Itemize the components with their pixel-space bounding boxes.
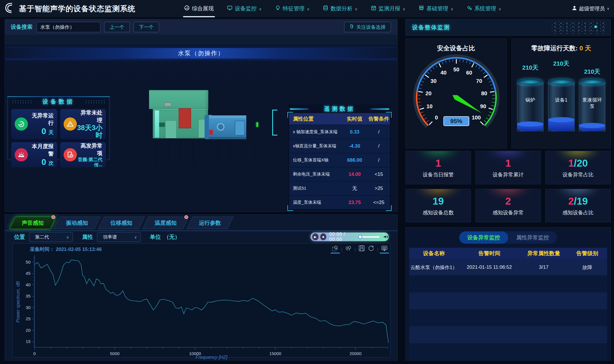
telemetry-title: 遥测数据	[324, 105, 355, 113]
stat-value: 0	[41, 157, 46, 167]
svg-text:5000: 5000	[110, 351, 119, 356]
chevron-down-icon: ∨	[259, 7, 262, 11]
sense-tab-位移感知[interactable]: 位移感知	[98, 217, 145, 229]
overall-stat-card: 1设备异常累计	[475, 151, 541, 184]
nav-label: 数据分析	[331, 5, 352, 12]
stat-label: 感知设备占比	[562, 209, 594, 216]
prev-device-button[interactable]: 上一个	[104, 22, 130, 32]
nav-item-device-monitor[interactable]: 设备监控 ∨	[227, 0, 262, 17]
alert-badge	[52, 215, 55, 219]
overall-stat-card: 1/20设备异常占比	[545, 151, 611, 184]
position-label: 位置	[14, 233, 25, 241]
nav-item-monthly-report[interactable]: 监测月报 ∨	[371, 0, 406, 17]
nav-label: 综合展现	[192, 5, 214, 12]
telemetry-attr-name: 温度_泵体末端	[289, 200, 342, 205]
app-title: 基于智能声学的设备状态监测系统	[19, 4, 136, 14]
stat-unit: 天	[49, 129, 54, 135]
stat-number: 1	[505, 157, 511, 169]
svg-text:50: 50	[453, 66, 459, 73]
tab-attribute-anomaly[interactable]: 属性异常监控	[508, 231, 557, 244]
svg-text:95%: 95%	[450, 118, 462, 124]
sense-tab-运行参数[interactable]: 运行参数	[187, 217, 234, 229]
alarm-row[interactable]: 云酷水泵（勿操作1）2021-01-15 11:06:523/17故障	[409, 259, 607, 275]
svg-text:15: 15	[26, 339, 30, 344]
svg-text:70: 70	[476, 78, 482, 84]
nav-item-overview[interactable]: 综合展现	[184, 0, 214, 17]
nav-item-system-mgmt[interactable]: 系统管理 ∨	[467, 0, 502, 17]
overall-monitor-title: 设备整体监测	[412, 24, 450, 31]
dots-decoration	[552, 22, 607, 34]
status-indicator-green	[256, 122, 258, 127]
title-wing-decoration	[370, 108, 389, 110]
nav-label: 系统管理	[474, 5, 496, 12]
chevron-down-icon: ∨	[607, 7, 609, 11]
stop-button[interactable]: ■	[320, 233, 327, 240]
stat-label: 感知设备异常	[493, 209, 524, 216]
capture-time: 采集时间： 2021-02-05 15:13:46	[30, 246, 102, 253]
telemetry-attr-name: 剩余电压_泵体末端	[289, 171, 342, 177]
database-icon	[323, 5, 328, 12]
svg-text:25: 25	[26, 316, 30, 321]
svg-text:30: 30	[430, 78, 436, 84]
tab-device-anomaly[interactable]: 设备异常监控	[459, 231, 508, 244]
telemetry-attr-name: 测试51	[289, 186, 342, 191]
col-header: 设备名称	[409, 250, 459, 257]
nav-item-data-analysis[interactable]: 数据分析 ∨	[323, 0, 358, 17]
unit-value: （无）	[164, 233, 180, 241]
monitor-icon	[227, 5, 232, 12]
stat-value: 1	[505, 157, 511, 169]
alarm-table: 设备名称 告警时间 异常属性数量 告警级别 云酷水泵（勿操作1）2021-01-…	[409, 248, 607, 358]
device-search-bar: 设备搜索 上一个 下一个 关注设备选择	[5, 19, 397, 35]
col-header: 告警条件	[368, 115, 390, 122]
player-time: 00:00 / 00:00	[329, 232, 357, 242]
col-header: 属性位置	[289, 115, 342, 122]
device-search-input[interactable]	[37, 22, 100, 32]
sense-tab-声音感知[interactable]: 声音感知	[9, 217, 56, 229]
volume-icon[interactable]	[383, 234, 389, 239]
seek-track[interactable]	[360, 236, 380, 238]
play-button[interactable]: ▶	[312, 233, 319, 240]
safe-device-gauge-card: 安全设备占比 010203040506070809010095%	[405, 39, 507, 148]
sense-tab-label: 声音感知	[22, 219, 44, 227]
nav-item-basic-mgmt[interactable]: 基础管理 ∨	[419, 0, 453, 17]
paperclip-icon	[350, 24, 354, 30]
cylinder-days: 210天	[584, 57, 600, 79]
col-header: 异常属性数量	[520, 250, 567, 257]
card-glow	[417, 151, 459, 157]
alarm-empty-row	[409, 326, 607, 343]
search-label: 设备搜索	[11, 23, 33, 31]
overall-stat-card: 19感知设备总数	[405, 189, 471, 222]
cylinder-glass: 锅炉	[517, 79, 544, 134]
stat-value: 38天3小时	[77, 124, 102, 139]
stat-label: 异常未处理	[81, 110, 102, 123]
stat-label: 设备异常占比	[562, 171, 594, 178]
pump-inlet-highlight	[155, 110, 159, 138]
zero-fault-label: 零故障运行天数:	[531, 45, 578, 52]
stat-label: 无异常运行	[32, 113, 54, 126]
alarm-empty-row	[409, 309, 607, 326]
telemetry-alarm-condition: /	[368, 143, 390, 149]
attribute-select[interactable]: 功率谱 ∨	[97, 232, 141, 242]
seek-handle[interactable]	[358, 235, 362, 239]
zero-fault-value: 0	[579, 45, 583, 52]
sense-tab-振动感知[interactable]: 振动感知	[54, 217, 101, 229]
svg-text:20: 20	[426, 90, 432, 96]
stat-value: 1/20	[568, 157, 588, 169]
overall-stat-card: 2感知设备异常	[475, 189, 541, 222]
next-device-button[interactable]: 下一个	[134, 22, 159, 32]
motor-valve-red	[209, 130, 213, 135]
nav-item-feature-mgmt[interactable]: 特征管理 ∨	[275, 0, 310, 17]
telemetry-table: 属性位置 实时值 告警条件 x 轴加速度值_泵体末端0.33/x轴直流分量_泵体…	[289, 113, 390, 210]
telemetry-attr-name: x 轴加速度值_泵体末端	[289, 129, 342, 135]
user-menu[interactable]: 超级管理员 ∨	[572, 0, 609, 17]
position-select[interactable]: 第二代 ∨	[29, 232, 73, 242]
sense-tab-温度感知[interactable]: 温度感知	[142, 217, 189, 229]
sense-tabs: 声音感知振动感知位移感知温度感知运行参数	[12, 217, 234, 229]
stat-number: 19	[433, 195, 444, 207]
overall-stat-card: 2/19感知设备占比	[545, 189, 611, 222]
focus-device-select-button[interactable]: 关注设备选择	[344, 22, 391, 32]
cylinder-label: 锅炉	[518, 97, 542, 103]
stat-value: 0	[41, 127, 46, 136]
dot-accent	[594, 26, 597, 28]
svg-text:0: 0	[435, 115, 438, 121]
